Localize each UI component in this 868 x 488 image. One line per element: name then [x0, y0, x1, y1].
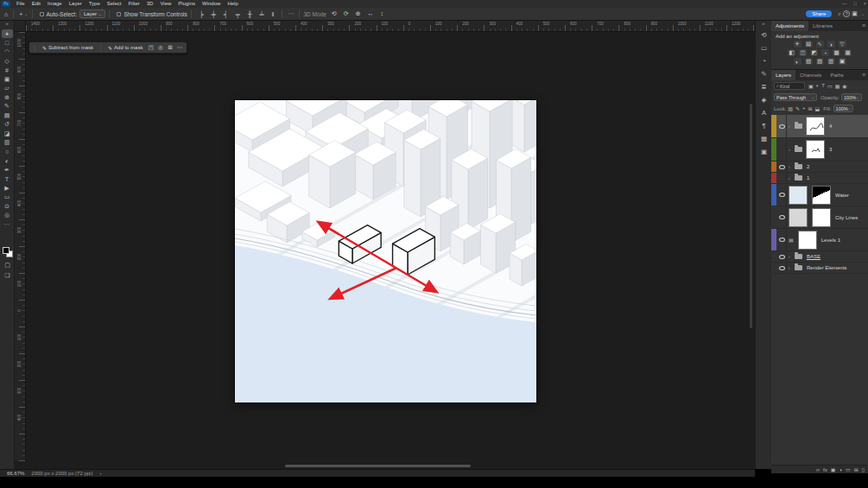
filter-smart-icon[interactable]: ▦ — [835, 83, 840, 89]
tool-frame-tool[interactable]: ▣ — [2, 75, 13, 84]
tab-paths[interactable]: Paths — [826, 70, 847, 80]
group-expand-icon[interactable]: › — [789, 265, 793, 270]
filter-type-icon[interactable]: T — [821, 83, 825, 89]
menu-file[interactable]: File — [13, 0, 29, 8]
align-left-icon[interactable]: ╞ — [198, 11, 206, 17]
screen-mode-icon[interactable]: ❏ — [2, 271, 13, 280]
foreground-color-swatch[interactable] — [3, 247, 10, 254]
layer-name[interactable]: 3 — [829, 147, 832, 152]
tab-adjustments[interactable]: Adjustments — [771, 21, 808, 31]
color-swatches[interactable] — [3, 247, 13, 257]
layer-row-render-elements[interactable]: ›Render Elements — [771, 263, 868, 274]
tool-hand-tool[interactable]: ⊙ — [2, 202, 13, 211]
vertical-scrollbar[interactable] — [750, 104, 752, 328]
layer-name[interactable]: 1 — [807, 175, 809, 181]
layer-row-levels-1[interactable]: ▤Levels 1 — [771, 229, 868, 251]
layer-row-4[interactable]: ›4 — [771, 115, 868, 138]
menu-edit[interactable]: Edit — [29, 0, 44, 8]
contextual-task-bar[interactable]: ⋮ ✎ Subtract from mask ✎ Add to mask ◳◎⊞… — [29, 41, 187, 54]
tool-zoom-tool[interactable]: ◎ — [2, 211, 13, 219]
layer-name[interactable]: 4 — [829, 124, 832, 129]
menu-window[interactable]: Window — [199, 0, 224, 8]
tool-marquee-tool[interactable]: □ — [2, 39, 13, 48]
lock-transparency-icon[interactable]: ▨ — [788, 105, 793, 111]
adjustment-icon-0-4[interactable]: ▽ — [839, 41, 846, 48]
adjustment-icon-1-0[interactable]: ◧ — [788, 49, 795, 56]
toolbar-collapse-icon[interactable]: » — [0, 21, 14, 29]
patterns-panel-icon[interactable]: ▣ — [756, 145, 772, 158]
close-icon[interactable]: × — [864, 0, 866, 8]
horizontal-scrollbar[interactable] — [285, 465, 471, 467]
home-icon[interactable]: ⌂ — [3, 11, 10, 17]
panel-menu-icon[interactable]: ≡ — [862, 22, 865, 29]
distribute-h-icon[interactable]: ‖ — [270, 11, 276, 17]
zoom-level[interactable]: 66.67% — [7, 471, 24, 476]
lock-position-icon[interactable]: + — [802, 105, 806, 111]
lock-all-icon[interactable]: ⬓ — [815, 105, 820, 111]
layer-visibility-toggle[interactable] — [778, 251, 787, 262]
group-expand-icon[interactable]: › — [789, 124, 793, 129]
menu-type[interactable]: Type — [86, 0, 104, 8]
swatches-panel-icon[interactable]: ▦ — [756, 132, 772, 145]
roll-3d-icon[interactable]: ⟳ — [342, 10, 351, 17]
tool-edit-toolbar[interactable]: ⋯ — [2, 220, 13, 229]
share-button[interactable]: Share — [806, 10, 832, 17]
layer-visibility-toggle[interactable] — [778, 229, 787, 250]
brush-settings-panel-icon[interactable]: ✎ — [756, 67, 772, 80]
drag-3d-icon[interactable]: ⊕ — [354, 10, 363, 17]
tool-history-brush-tool[interactable]: ↺ — [2, 120, 13, 129]
taskbar-more-icon[interactable]: ⋯ — [175, 44, 183, 51]
layer-visibility-toggle[interactable] — [778, 263, 787, 273]
adjustment-icon-2-1[interactable]: ▨ — [805, 58, 813, 65]
layer-row-city-lines[interactable]: City Lines — [771, 206, 868, 229]
restore-icon[interactable]: □ — [853, 0, 856, 8]
adjustment-icon-1-5[interactable]: ▦ — [844, 49, 852, 56]
group-expand-icon[interactable]: › — [789, 147, 793, 152]
new-layer-icon[interactable]: ⊞ — [854, 466, 858, 472]
delete-layer-icon[interactable]: ▯ — [862, 466, 865, 472]
tool-brush-tool[interactable]: ✎ — [2, 102, 13, 111]
add-to-mask-button[interactable]: ✎ Add to mask — [105, 44, 146, 52]
align-center-h-icon[interactable]: ╪ — [210, 11, 218, 17]
layer-row-1[interactable]: ›1 — [771, 173, 868, 184]
search-icon[interactable]: ⌕ — [836, 10, 843, 17]
opacity-value[interactable]: 100%⌄ — [841, 93, 862, 101]
align-top-icon[interactable]: ╤ — [234, 11, 242, 17]
layer-visibility-toggle[interactable] — [778, 184, 787, 206]
refine-mask-icon[interactable]: ◎ — [156, 44, 164, 51]
character-panel-icon[interactable]: A — [756, 106, 772, 119]
audio-panel-icon[interactable]: ◈ — [756, 93, 772, 106]
adjustment-icon-1-3[interactable]: ◔ — [821, 49, 829, 56]
layer-filter-search[interactable]: ⌕ Kind — [774, 82, 805, 90]
tool-eraser-tool[interactable]: ◪ — [2, 130, 13, 138]
layer-row-2[interactable]: ›2 — [771, 162, 868, 173]
tool-path-selection-tool[interactable]: ▶ — [2, 184, 13, 193]
layers-panel-menu-icon[interactable]: ≡ — [862, 72, 865, 78]
menu-plugins[interactable]: Plugins — [174, 0, 199, 8]
blend-mode-dropdown[interactable]: Pass Through⌄ — [774, 93, 817, 101]
group-expand-icon[interactable]: › — [789, 175, 793, 181]
lock-pixels-icon[interactable]: ✎ — [795, 105, 800, 111]
new-mask-icon[interactable]: ⊞ — [166, 44, 174, 51]
minimize-icon[interactable]: — — [842, 0, 847, 8]
help-icon[interactable]: ? — [843, 10, 850, 17]
layer-name[interactable]: Water — [835, 193, 849, 198]
adjustment-icon-2-0[interactable]: ◐ — [794, 58, 801, 65]
tool-pen-tool[interactable]: ✒ — [2, 166, 13, 174]
menu-layer[interactable]: Layer — [66, 0, 86, 8]
new-group-icon[interactable]: ▭ — [846, 466, 851, 472]
filter-shape-icon[interactable]: ▭ — [827, 83, 833, 89]
history-panel-icon[interactable]: ⟲ — [756, 29, 772, 41]
tool-dodge-tool[interactable]: ◐ — [2, 156, 13, 165]
scale-3d-icon[interactable]: ↕ — [378, 10, 385, 17]
tool-object-selection-tool[interactable]: ◇ — [2, 57, 13, 66]
adjustment-icon-1-1[interactable]: ◫ — [799, 49, 807, 56]
adjustment-icon-2-2[interactable]: ▧ — [816, 58, 824, 65]
horizontal-ruler[interactable]: 1400130012001100100090080070060050040030… — [26, 21, 755, 32]
filter-toggle-icon[interactable]: ◉ — [842, 83, 846, 89]
adjustment-icon-1-2[interactable]: ◩ — [810, 49, 818, 56]
layer-name[interactable]: Render Elements — [807, 265, 846, 270]
adjustment-icon-1-4[interactable]: ▩ — [833, 49, 840, 56]
layer-effects-icon[interactable]: fx — [823, 467, 827, 472]
vertical-ruler[interactable]: 1000900800700600500400300200100010020030… — [15, 32, 26, 461]
